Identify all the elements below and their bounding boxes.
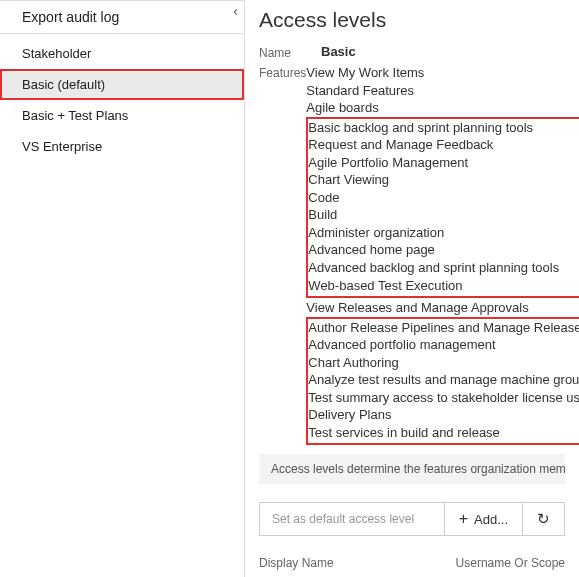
main-panel: Access levels Name Basic Features View M… [245, 0, 579, 577]
set-default-label: Set as default access level [272, 512, 414, 526]
column-username-or-scope[interactable]: Username Or Scope [456, 556, 565, 570]
feature-item: Agile Portfolio Management [308, 154, 579, 172]
name-label: Name [259, 44, 321, 60]
feature-item: Chart Viewing [308, 171, 579, 189]
identities-grid-header: Display Name Username Or Scope [259, 556, 565, 574]
highlighted-features-block-1: Basic backlog and sprint planning tools … [306, 117, 579, 298]
feature-item: Administer organization [308, 224, 579, 242]
set-default-access-level-button[interactable]: Set as default access level [260, 503, 444, 535]
export-audit-log-label: Export audit log [22, 9, 119, 25]
feature-item: Standard Features [306, 82, 579, 100]
sidebar-item-vs-enterprise[interactable]: VS Enterprise [0, 131, 244, 162]
sidebar-item-basic-default[interactable]: Basic (default) [0, 69, 244, 100]
add-label: Add... [474, 512, 508, 527]
feature-item: Agile boards [306, 99, 579, 117]
features-list: View My Work Items Standard Features Agi… [306, 64, 579, 446]
feature-item: Advanced home page [308, 241, 579, 259]
feature-item: Web-based Test Execution [308, 277, 579, 295]
collapse-left-icon[interactable]: ‹ [233, 3, 238, 19]
feature-item: Test summary access to stakeholder licen… [308, 389, 579, 407]
sidebar-item-label: VS Enterprise [22, 139, 102, 154]
column-display-name[interactable]: Display Name [259, 556, 456, 570]
feature-item: View My Work Items [306, 64, 579, 82]
add-button[interactable]: + Add... [444, 503, 522, 535]
refresh-button[interactable]: ↻ [522, 503, 564, 535]
export-audit-log-header[interactable]: Export audit log ‹ [0, 0, 244, 34]
name-row: Name Basic [259, 44, 565, 60]
feature-item: View Releases and Manage Approvals [306, 299, 579, 317]
feature-item: Request and Manage Feedback [308, 136, 579, 154]
feature-item: Delivery Plans [308, 406, 579, 424]
name-value: Basic [321, 44, 565, 60]
feature-item: Chart Authoring [308, 354, 579, 372]
access-level-nav: Stakeholder Basic (default) Basic + Test… [0, 34, 244, 162]
feature-item: Analyze test results and manage machine … [308, 371, 579, 389]
feature-item: Build [308, 206, 579, 224]
access-levels-description: Access levels determine the features org… [259, 454, 565, 484]
identities-toolbar: Set as default access level + Add... ↻ [259, 502, 565, 536]
plus-icon: + [459, 511, 468, 527]
feature-item: Code [308, 189, 579, 207]
sidebar: Export audit log ‹ Stakeholder Basic (de… [0, 0, 245, 577]
refresh-icon: ↻ [537, 510, 550, 528]
feature-item: Author Release Pipelines and Manage Rele… [308, 319, 579, 337]
sidebar-item-label: Basic + Test Plans [22, 108, 128, 123]
sidebar-item-label: Basic (default) [22, 77, 105, 92]
highlighted-features-block-2: Author Release Pipelines and Manage Rele… [306, 317, 579, 446]
features-label: Features [259, 64, 306, 446]
features-row: Features View My Work Items Standard Fea… [259, 64, 565, 446]
feature-item: Basic backlog and sprint planning tools [308, 119, 579, 137]
page-title: Access levels [259, 8, 565, 32]
feature-item: Test services in build and release [308, 424, 579, 442]
feature-item: Advanced backlog and sprint planning too… [308, 259, 579, 277]
sidebar-item-basic-test-plans[interactable]: Basic + Test Plans [0, 100, 244, 131]
sidebar-item-label: Stakeholder [22, 46, 91, 61]
feature-item: Advanced portfolio management [308, 336, 579, 354]
sidebar-item-stakeholder[interactable]: Stakeholder [0, 38, 244, 69]
